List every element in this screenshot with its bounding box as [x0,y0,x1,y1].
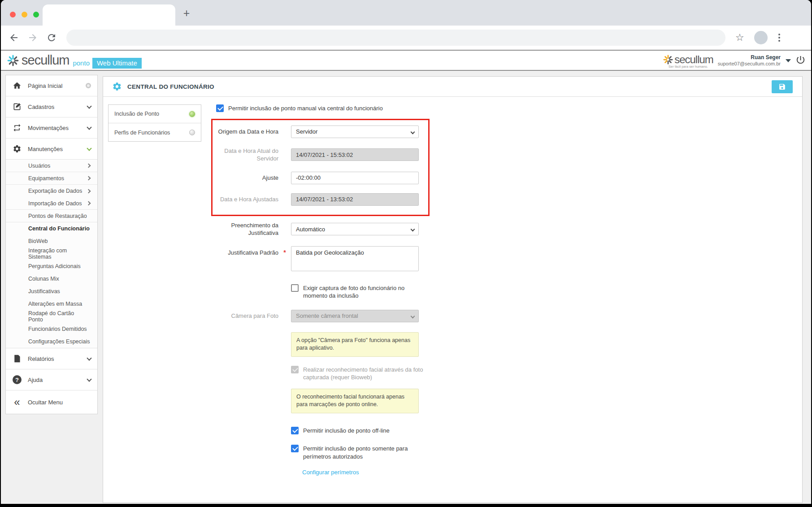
sidebar-item-alteracoes-em-massa[interactable]: Alterações em Massa [6,298,97,310]
status-circle-icon [86,83,91,88]
data-hora-ajustadas-field [291,193,419,206]
sidebar-item-bioweb[interactable]: BioWeb [6,235,97,247]
settings-tab-list: Inclusão de Ponto Perfis de Funcionários [108,104,201,142]
ajuste-row: Ajuste [216,172,419,184]
sidebar-item-cadastros[interactable]: Cadastros [6,96,97,117]
brand-wordmark: secullum [22,53,69,68]
address-bar[interactable] [66,30,725,46]
sidebar-item-manutencoes[interactable]: Manutenções [6,139,97,160]
back-icon[interactable] [8,32,20,43]
sidebar-item-colunas-mix[interactable]: Colunas Mix [6,273,97,285]
highlighted-datetime-group: Origem da Data e Hora Servidor Data e Ho… [211,119,430,216]
user-email: suporte07@secullum.com.br [718,61,781,67]
chevron-down-icon [87,355,91,360]
data-hora-servidor-row: Data e Hora Atual do Servidor [216,147,419,163]
allow-manual-punch-checkbox-row: Permitir inclusão de ponto manual via ce… [216,104,575,113]
preenchimento-justificativa-row: Preenchimento da Justificativa Automátic… [216,221,575,237]
save-button[interactable] [772,80,793,93]
sidebar-item-exportacao-de-dados[interactable]: Exportação de Dados [6,185,97,197]
sidebar-item-relatorios[interactable]: Relatórios [6,348,97,369]
gear-icon-title [112,82,122,91]
camera-para-foto-select: Somente câmera frontal [291,310,419,322]
document-icon [12,354,22,364]
browser-window: secullum ponto Web Ultimate secullum Ser… [1,0,811,504]
perimetros-checkbox-row: Permitir inclusão de ponto somente para … [291,445,575,460]
sidebar-item-perguntas-adicionais[interactable]: Perguntas Adicionais [6,260,97,273]
sidebar-item-rodape-do-cartao-ponto[interactable]: Rodapé do Cartão Ponto [6,310,97,323]
manutencoes-submenu: Usuários Equipamentos Exportação de Dado… [6,160,97,348]
preenchimento-justificativa-select[interactable]: Automático [291,223,419,235]
sidebar-item-pontos-de-restauracao[interactable]: Pontos de Restauração [6,210,97,222]
tab-perfis-de-funcionarios[interactable]: Perfis de Funcionários [109,123,201,142]
sidebar-item-equipamentos[interactable]: Equipamentos [6,172,97,185]
chevron-right-icon [87,201,91,206]
close-window-icon[interactable] [10,12,16,17]
ajuste-input[interactable] [291,172,419,184]
bookmark-star-icon[interactable] [735,32,744,43]
product-name: ponto [73,59,90,67]
configurar-perimetros-link[interactable]: Configurar perímetros [302,469,359,476]
chevron-down-icon [411,314,415,318]
secullum-logo-right: secullum Ser fácil para ser humano. [663,53,713,69]
minimize-window-icon[interactable] [22,12,27,17]
collapse-menu-icon [12,397,22,407]
reconhecimento-facial-checkbox [291,366,299,373]
reload-icon[interactable] [46,32,57,43]
sidebar-item-funcionarios-demitidos[interactable]: Funcionários Demitidos [6,323,97,335]
sidebar-item-pagina-inicial[interactable]: Página Inicial [6,75,97,96]
page-title: CENTRAL DO FUNCIONÁRIO [127,83,214,90]
sidebar-item-integracao-com-sistemas[interactable]: Integração com Sistemas [6,247,97,260]
sidebar-item-importacao-de-dados[interactable]: Importação de Dados [6,197,97,210]
justificativa-padrao-row: Justificativa Padrão * Batida por Geoloc… [216,246,575,273]
ponto-offline-checkbox[interactable] [291,427,299,434]
new-tab-icon[interactable] [180,7,193,20]
sidebar-item-ocultar-menu[interactable]: Ocultar Menu [6,390,97,414]
chevron-right-icon [87,189,91,193]
secullum-logo-icon [7,55,19,66]
panel-header: CENTRAL DO FUNCIONÁRIO [103,77,802,97]
logout-power-icon[interactable] [795,55,806,67]
edition-badge: Web Ultimate [92,58,142,69]
sidebar-item-central-do-funcionario[interactable]: Central do Funcionário [6,222,97,235]
page-content: Página Inicial Cadastros Movimentações [1,71,811,504]
edit-icon [12,102,22,112]
origem-data-hora-select[interactable]: Servidor [291,126,419,138]
user-menu-chevron-icon[interactable] [786,59,791,62]
justificativa-padrao-textarea[interactable]: Batida por Geolocalização [291,246,419,271]
perimetros-checkbox[interactable] [291,445,299,452]
secullum-logo-icon-right [663,55,673,65]
save-floppy-icon [778,83,786,91]
unselected-radio-icon [189,130,195,135]
sidebar-item-usuarios[interactable]: Usuários [6,160,97,172]
help-icon [12,375,22,385]
forward-icon[interactable] [27,32,39,43]
browser-tab[interactable] [43,4,175,26]
browser-menu-icon[interactable] [778,34,780,42]
home-icon [12,81,22,91]
reconhecimento-facial-checkbox-row: Realizar reconhecimento facial através d… [291,366,575,381]
sidebar-item-ajuda[interactable]: Ajuda [6,369,97,390]
browser-tab-bar [1,0,811,26]
brand-tagline: Ser fácil para ser humano. [669,65,708,69]
sidebar-item-justificativas[interactable]: Justificativas [6,285,97,298]
exigir-foto-checkbox[interactable] [291,284,299,292]
chevron-down-icon-green [87,146,91,151]
settings-form: Permitir inclusão de ponto manual via ce… [216,104,575,476]
facial-note: O reconhecimento facial funcionará apena… [291,389,419,413]
sidebar-item-configuracoes-especiais[interactable]: Configurações Especiais [6,335,97,348]
browser-profile-avatar[interactable] [754,31,768,44]
selected-radio-icon [189,111,195,117]
chevron-down-icon [87,377,91,381]
allow-manual-punch-checkbox[interactable] [216,104,224,112]
sidebar-item-movimentacoes[interactable]: Movimentações [6,117,97,139]
sidebar: Página Inicial Cadastros Movimentações [5,75,98,414]
ponto-offline-checkbox-row: Permitir inclusão de ponto off-line [291,427,575,435]
exigir-foto-checkbox-row: Exigir captura de foto do funcionário no… [291,284,575,300]
user-name: Ruan Seger [718,54,781,61]
repeat-arrows-icon [12,123,22,133]
tab-inclusao-de-ponto[interactable]: Inclusão de Ponto [109,105,201,123]
maximize-window-icon[interactable] [33,12,39,17]
data-hora-servidor-field [291,148,419,161]
app-header: secullum ponto Web Ultimate secullum Ser… [1,51,811,71]
chevron-down-icon [411,227,415,232]
